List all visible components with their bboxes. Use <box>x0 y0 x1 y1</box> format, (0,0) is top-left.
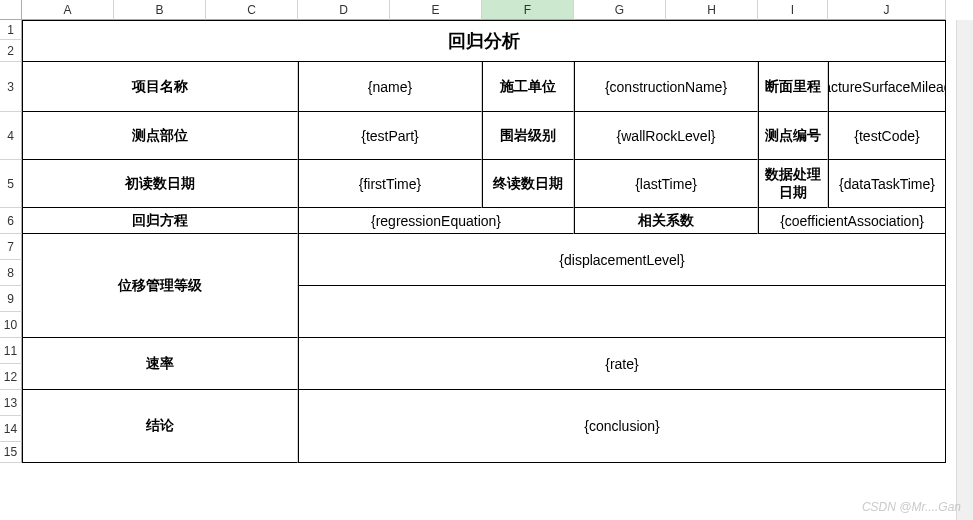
row-header-14[interactable]: 14 <box>0 416 22 442</box>
row-header-7[interactable]: 7 <box>0 234 22 260</box>
label-coefficient-association[interactable]: 相关系数 <box>574 208 758 234</box>
select-all-corner[interactable] <box>0 0 22 20</box>
col-header-D[interactable]: D <box>298 0 390 20</box>
col-header-G[interactable]: G <box>574 0 666 20</box>
value-wall-rock-level[interactable]: {wallRockLevel} <box>574 112 758 160</box>
value-test-part[interactable]: {testPart} <box>298 112 482 160</box>
value-first-time[interactable]: {firstTime} <box>298 160 482 208</box>
label-displacement-level[interactable]: 位移管理等级 <box>22 234 298 338</box>
row-header-12[interactable]: 12 <box>0 364 22 390</box>
label-conclusion[interactable]: 结论 <box>22 390 298 463</box>
vertical-scrollbar[interactable] <box>956 20 973 520</box>
col-header-I[interactable]: I <box>758 0 828 20</box>
watermark: CSDN @Mr....Gan <box>862 500 961 514</box>
row-header-13[interactable]: 13 <box>0 390 22 416</box>
label-rate[interactable]: 速率 <box>22 338 298 390</box>
row-header-9[interactable]: 9 <box>0 286 22 312</box>
row-header-1[interactable]: 1 <box>0 20 22 40</box>
col-header-J[interactable]: J <box>828 0 946 20</box>
value-conclusion[interactable]: {conclusion} <box>298 390 946 463</box>
row-header-3[interactable]: 3 <box>0 62 22 112</box>
row-header-5[interactable]: 5 <box>0 160 22 208</box>
value-name[interactable]: {name} <box>298 62 482 112</box>
label-section-mileage[interactable]: 断面里程 <box>758 62 828 112</box>
row-header-6[interactable]: 6 <box>0 208 22 234</box>
col-header-H[interactable]: H <box>666 0 758 20</box>
row-header-2[interactable]: 2 <box>0 40 22 62</box>
label-last-time[interactable]: 终读数日期 <box>482 160 574 208</box>
value-rate[interactable]: {rate} <box>298 338 946 390</box>
label-construction-unit[interactable]: 施工单位 <box>482 62 574 112</box>
label-first-time[interactable]: 初读数日期 <box>22 160 298 208</box>
value-construction-name[interactable]: {constructionName} <box>574 62 758 112</box>
label-test-part[interactable]: 测点部位 <box>22 112 298 160</box>
label-data-task-time[interactable]: 数据处理日期 <box>758 160 828 208</box>
col-header-A[interactable]: A <box>22 0 114 20</box>
value-regression-equation[interactable]: {regressionEquation} <box>298 208 574 234</box>
label-project-name[interactable]: 项目名称 <box>22 62 298 112</box>
title-cell[interactable]: 回归分析 <box>22 20 946 62</box>
value-fracture-mileage[interactable]: {fractureSurfaceMileage} <box>828 62 946 112</box>
value-displacement-level-2[interactable] <box>298 286 946 338</box>
row-header-8[interactable]: 8 <box>0 260 22 286</box>
row-header-15[interactable]: 15 <box>0 442 22 463</box>
label-test-code[interactable]: 测点编号 <box>758 112 828 160</box>
col-header-B[interactable]: B <box>114 0 206 20</box>
col-header-E[interactable]: E <box>390 0 482 20</box>
value-coefficient-association[interactable]: {coefficientAssociation} <box>758 208 946 234</box>
label-regression-equation[interactable]: 回归方程 <box>22 208 298 234</box>
value-last-time[interactable]: {lastTime} <box>574 160 758 208</box>
col-header-C[interactable]: C <box>206 0 298 20</box>
label-wall-rock-level[interactable]: 围岩级别 <box>482 112 574 160</box>
value-displacement-level[interactable]: {displacementLevel} <box>298 234 946 286</box>
col-header-F[interactable]: F <box>482 0 574 20</box>
row-header-4[interactable]: 4 <box>0 112 22 160</box>
value-data-task-time[interactable]: {dataTaskTime} <box>828 160 946 208</box>
spreadsheet-grid[interactable]: A B C D E F G H I J 1 2 3 4 5 6 7 8 9 10… <box>0 0 973 463</box>
row-header-10[interactable]: 10 <box>0 312 22 338</box>
row-header-11[interactable]: 11 <box>0 338 22 364</box>
value-test-code[interactable]: {testCode} <box>828 112 946 160</box>
